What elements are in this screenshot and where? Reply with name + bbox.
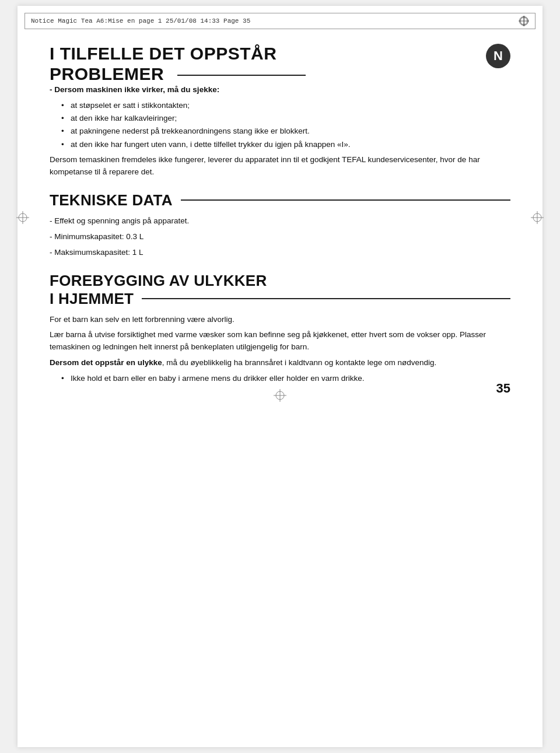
- section3-body: For et barn kan selv en lett forbrenning…: [50, 314, 510, 385]
- tekniske-data-heading-row: TEKNISKE DATA: [50, 191, 510, 209]
- section3-bullet: Ikke hold et barn eller en baby i armene…: [61, 373, 510, 384]
- header-text: Notice Magic Tea A6:Mise en page 1 25/01…: [31, 17, 519, 24]
- main-heading-line1: I TILFELLE DET OPPSTÅR: [50, 44, 388, 64]
- page-content: N I TILFELLE DET OPPSTÅR PROBLEMER - Der…: [18, 29, 542, 408]
- forebygging-heading-line2: I HJEMMET: [50, 290, 510, 308]
- section3-bullets: Ikke hold et barn eller en baby i armene…: [50, 373, 510, 384]
- section1-bullets: at støpselet er satt i stikkontakten; at…: [50, 100, 510, 150]
- section3-paragraph1: For et barn kan selv en lett forbrenning…: [50, 314, 510, 326]
- bullet-item: at støpselet er satt i stikkontakten;: [61, 100, 510, 111]
- section3-paragraph3: Dersom det oppstår en ulykke, må du øyeb…: [50, 357, 510, 369]
- forebygging-heading-text2: I HJEMMET: [50, 290, 134, 308]
- section3-paragraph2: Lær barna å utvise forsiktighet med varm…: [50, 329, 510, 353]
- section2-line2: - Minimumskapasitet: 0.3 L: [50, 231, 510, 243]
- section-rule: [181, 199, 510, 201]
- section1-paragraph: Dersom temaskinen fremdeles ikke fungere…: [50, 154, 510, 178]
- main-heading: I TILFELLE DET OPPSTÅR PROBLEMER: [50, 44, 388, 84]
- section2-line1: - Effekt og spenning angis på apparatet.: [50, 215, 510, 227]
- section2-line3: - Maksimumskapasitet: 1 L: [50, 247, 510, 259]
- reg-mark-right: [531, 211, 544, 224]
- n-badge: N: [486, 44, 510, 68]
- forebygging-heading-block: FOREBYGGING AV ULYKKER I HJEMMET: [50, 272, 510, 308]
- forebygging-heading-text1: FOREBYGGING AV ULYKKER: [50, 272, 267, 290]
- section2-body: - Effekt og spenning angis på apparatet.…: [50, 215, 510, 259]
- forebygging-heading-line1: FOREBYGGING AV ULYKKER: [50, 272, 510, 290]
- page-number: 35: [496, 381, 510, 396]
- bullet-item: at den ikke har fungert uten vann, i det…: [61, 139, 510, 150]
- section3-bold: Dersom det oppstår en ulykke: [50, 358, 162, 367]
- reg-mark-bottom: [274, 389, 286, 402]
- section3-paragraph3-rest: , må du øyeblikkelig ha brannsåret i kal…: [162, 358, 437, 367]
- tekniske-data-heading: TEKNISKE DATA: [50, 191, 173, 209]
- reg-mark-left: [16, 211, 29, 224]
- bullet-item: at den ikke har kalkavleiringer;: [61, 113, 510, 124]
- main-heading-line2: PROBLEMER: [50, 64, 388, 85]
- bullet-item: at pakningene nederst på trekkeanordning…: [61, 125, 510, 137]
- section-rule-2: [142, 298, 510, 299]
- section1-intro: - Dersom maskinen ikke virker, må du sje…: [50, 84, 510, 96]
- svg-point-0: [520, 17, 527, 24]
- header-bar: Notice Magic Tea A6:Mise en page 1 25/01…: [24, 13, 536, 29]
- crosshair-icon: [519, 16, 529, 26]
- section1-body: - Dersom maskinen ikke virker, må du sje…: [50, 84, 510, 178]
